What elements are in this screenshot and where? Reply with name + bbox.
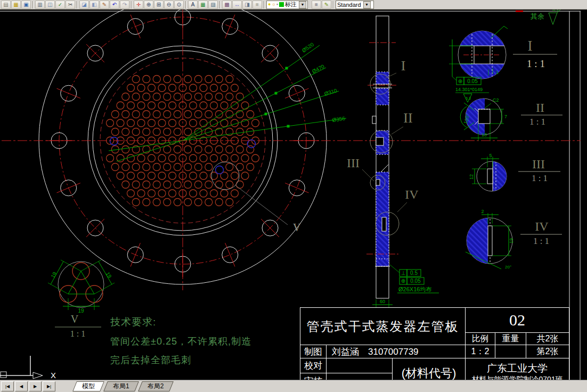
dim-10: 10 (482, 132, 487, 137)
detail-ii-header: II (536, 101, 544, 115)
dim-19: 19 (509, 238, 514, 243)
top-toolbar: ▤▦▣▥◫✓✂◪◧✎↶↷✛⊕⊞⊖⊙A▦▨▩↔◨≡ ●☼▪ 标注 ▼ ≡✎ Sta… (0, 0, 587, 10)
drawn-value: 刘益涵 3107007739 (327, 345, 466, 358)
front-view: VØ520Ø470Ø310Ø356 (39, 10, 346, 284)
chevron-down-icon[interactable]: ▼ (363, 1, 371, 9)
drawing-title: 管壳式干式蒸发器左管板 (300, 307, 466, 345)
tab-nav-0[interactable]: |◀ (1, 381, 14, 391)
dim-7: 7 (504, 114, 507, 119)
pan-icon[interactable]: ✛ (134, 1, 143, 9)
scale-value: 1：2 (466, 345, 495, 358)
diameter-label: Ø520 (301, 41, 315, 53)
layer-state-icons: ●☼▪ (268, 2, 278, 7)
fcf-perp-symbol: ⊥ (401, 270, 406, 276)
separator (185, 1, 186, 9)
tab-nav-2[interactable]: ▶ (29, 381, 42, 391)
diameter-label: Ø356 (332, 116, 346, 123)
dim-19: 19 (78, 308, 84, 314)
fcf-symbol: ⊕ (458, 78, 462, 84)
checked-label: 校对 (300, 358, 327, 373)
diameter-label: Ø470 (311, 63, 325, 75)
layout-tab-bar: |◀◀▶▶| 模型布局1布局2 (0, 380, 587, 392)
properties-icon[interactable]: ▩ (222, 1, 232, 9)
new-icon[interactable]: ▤ (1, 1, 11, 9)
section-view: IIIIIIIV60⊥0.5⊕0.05Ø26X16均布 (347, 16, 439, 308)
fcf-perp-value: 0.5 (410, 270, 418, 276)
weight-label: 重量 (495, 333, 526, 345)
detail-v-scale: 1 : 1 (70, 329, 85, 338)
separator (77, 1, 78, 9)
dim-20deg: 20° (505, 265, 511, 270)
tab-布局2[interactable]: 布局2 (140, 381, 172, 391)
detail-view-iii: 512III1 : 1 (469, 153, 560, 191)
designcenter-icon[interactable]: ◨ (242, 1, 252, 9)
spell-icon[interactable]: ✓ (55, 1, 65, 9)
chevron-down-icon[interactable]: ▼ (299, 1, 306, 9)
dim-1: 1 (496, 70, 499, 75)
undo-icon[interactable]: ↶ (110, 1, 119, 9)
cut-icon[interactable]: ✂ (66, 1, 75, 9)
distance-icon[interactable]: ↔ (232, 1, 242, 9)
dim-12: 12 (469, 174, 474, 179)
tab-label: 模型 (82, 382, 95, 391)
open-icon[interactable]: ▦ (11, 1, 21, 9)
detail-view-ii: 120°C2710II1 : 1 (460, 97, 562, 141)
paste-icon[interactable]: ◧ (89, 1, 99, 9)
separator (32, 1, 34, 9)
chamfer-c2: C2 (493, 97, 499, 103)
redo-icon[interactable]: ↷ (120, 1, 129, 9)
tech-req-line1: 管间公差±0.25，不许累积,制造 (110, 335, 251, 348)
org-name: 广东工业大学 (487, 362, 548, 375)
zoom-window-icon[interactable]: ⊞ (154, 1, 164, 9)
surface-finish-note: 其余6.3 (531, 10, 561, 24)
tab-布局1[interactable]: 布局1 (105, 381, 137, 391)
hole-note: 14.301*0149 (455, 87, 483, 92)
lock-icon[interactable]: ▪ (276, 2, 278, 7)
section-label-III: III (347, 156, 360, 170)
toolbar-icons: ▤▦▣▥◫✓✂◪◧✎↶↷✛⊕⊞⊖⊙A▦▨▩↔◨≡ (1, 1, 262, 9)
separator (131, 1, 132, 9)
dim-2: 2 (481, 209, 484, 214)
roughness-value: 6.3 (466, 96, 471, 100)
style-dropdown-label: Standard (337, 2, 361, 8)
tab-nav-3[interactable]: ▶| (43, 381, 55, 391)
fcf-value: 0.05 (467, 78, 478, 84)
bulb-icon[interactable]: ● (268, 2, 271, 7)
plot-icon[interactable]: ▥ (35, 1, 45, 9)
make-layer-current-icon[interactable]: ✎ (322, 1, 331, 9)
save-icon[interactable]: ▣ (21, 1, 31, 9)
detail-iii-header: III (532, 157, 545, 171)
sheet-number: 第2张 (526, 345, 569, 358)
table-icon[interactable]: ▦ (198, 1, 208, 9)
tab-nav-1[interactable]: ◀ (15, 381, 28, 391)
detail-view-iv: 21920°IV1 : 1 (466, 209, 562, 270)
tech-req-title: 技术要求: (110, 315, 251, 329)
detail-iv-header: IV (535, 219, 549, 233)
tab-模型[interactable]: 模型 (75, 381, 102, 391)
detail-ii-scale: 1 : 1 (529, 117, 545, 127)
layer-dropdown[interactable]: ●☼▪ 标注 ▼ (266, 1, 308, 9)
layers-icon[interactable]: ≡ (252, 1, 262, 9)
preview-icon[interactable]: ◫ (45, 1, 55, 9)
matchprop-icon[interactable]: ✎ (100, 1, 109, 9)
detail-v-header: V (71, 313, 79, 325)
ucs-icon: X (0, 356, 56, 380)
copy-icon[interactable]: ◪ (79, 1, 89, 9)
diameter-label: Ø310 (323, 87, 338, 97)
section-label-II: II (403, 110, 412, 126)
tech-req-line2: 完后去掉全部毛刺 (110, 354, 251, 366)
zoom-realtime-icon[interactable]: ⊕ (144, 1, 153, 9)
zoom-extents-icon[interactable]: ⊙ (174, 1, 184, 9)
checked-value (327, 358, 393, 373)
layer-properties-icon[interactable]: ≡ (312, 1, 321, 9)
detail-iii-scale: 1 : 1 (532, 173, 548, 183)
layer-color-chip (279, 2, 284, 7)
layer-dropdown-label: 标注 (285, 1, 297, 9)
style-dropdown[interactable]: Standard ▼ (336, 1, 374, 9)
hatch-icon[interactable]: ▨ (208, 1, 218, 9)
text-icon[interactable]: A (188, 1, 198, 9)
tab-label: 布局1 (113, 382, 129, 391)
zoom-previous-icon[interactable]: ⊖ (164, 1, 174, 9)
section-label-IV: IV (405, 187, 419, 201)
sun-icon[interactable]: ☼ (271, 2, 275, 7)
